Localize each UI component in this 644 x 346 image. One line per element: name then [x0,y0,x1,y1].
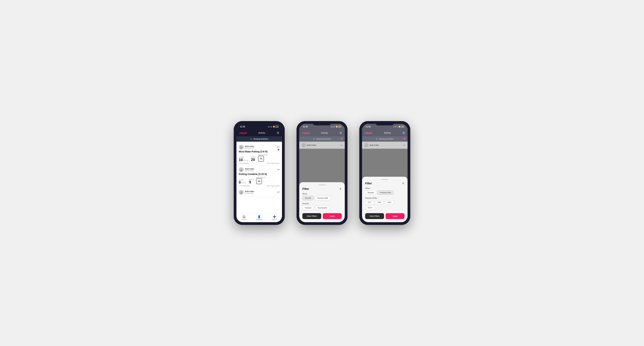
viewing-dot-3 [404,138,405,140]
tab-activities[interactable]: 👤 Activities [252,215,267,220]
show-label-3: Show [365,187,404,189]
user-details-1: Josh Coles 28 Feb 2023 [245,145,254,149]
dimmed-user-3: Josh Coles [370,144,379,146]
filter-title-2: Filter [302,187,309,190]
quality-badge-2: 45 [256,178,262,184]
avatar-3 [239,190,244,194]
putt-btn-3[interactable]: PUTT [365,206,375,210]
filter-sheet-2: Filter ✕ Show Rounds Practice Drills Rou… [299,182,345,222]
apply-btn-2[interactable]: Apply [323,213,342,219]
shots-label-1: Shots [251,156,256,158]
show-buttons-2: Rounds Practice Drills [302,196,342,200]
tab-home[interactable]: 🏠 Home [236,215,252,220]
status-icons-2: ▲▲▲ 📶 31 [330,126,341,128]
svg-point-0 [240,146,242,147]
show-buttons-3: Rounds Practice Drills [365,190,404,195]
dimmed-avatar-2 [302,143,306,147]
avatar-inner-3 [239,190,244,194]
arg-btn-3[interactable]: ARG [385,200,394,204]
user-info-2: Josh Coles 28 Feb 2023 [239,167,254,172]
tournament-btn-2[interactable]: Tournament [315,206,330,210]
practice-btn-2[interactable]: Practice [302,206,314,210]
clear-filters-btn-3[interactable]: Clear Filters [365,213,384,219]
user-name-1: Josh Coles [245,145,254,147]
shots-stat-1: Shots 20 [251,156,256,162]
wifi-icon-2: 📶 [336,126,338,128]
score-value-2: 0 [239,181,241,184]
card-data-2: Data: Clippd Capture [267,185,280,186]
shots-label-2: Shots [249,179,254,180]
phone-screen-1: 11:33 ▲▲▲ 📶 31 clippd Activity ☰ ⚙ Viewi… [236,124,282,222]
phone-notch [250,121,269,125]
viewing-bar-1[interactable]: ⚙ Viewing Activities [236,136,282,142]
dimmed-avatar-3 [364,143,368,147]
card-more-1[interactable]: ••• [277,146,280,149]
viewing-dot-2 [341,138,342,140]
dimmed-card-header-3: Josh Coles ••• [362,142,408,149]
card-header-3: Josh Coles 28 Feb 2023 ••• [239,190,280,194]
filter-header-3: Filter ✕ [365,182,404,185]
svg-point-1 [240,148,242,149]
shots-value-2: 9 [249,180,251,184]
ott-btn-3[interactable]: OTT [365,200,374,204]
nav-menu-1[interactable]: ☰ [277,132,279,134]
viewing-text-1: Viewing Activities [253,138,268,140]
info-icon-2: ℹ [239,185,240,186]
shots-value-1: 20 [251,158,255,162]
battery-icon-2: 31 [338,126,341,128]
svg-point-2 [240,169,242,170]
quality-label-1: Shot Quality [258,154,268,156]
phone-screen-2: 11:33 ▲▲▲ 📶 31 clippd Activity ☰ ⚙ V [299,124,345,222]
score-label-1: Score [239,157,248,158]
apply-btn-3[interactable]: Apply [386,213,404,219]
show-rounds-btn-3[interactable]: Rounds [365,190,376,195]
nav-bar-1: clippd Activity ☰ [236,129,282,136]
nav-bar-2: clippd Activity ☰ [299,129,345,136]
nav-menu-3: ☰ [402,132,405,134]
tab-capture[interactable]: ➕ Capture [267,215,282,220]
user-details-2: Josh Coles 28 Feb 2023 [245,168,254,172]
svg-point-5 [240,192,242,193]
dimmed-viewing-bar-3: ⚙ Viewing Activities [362,136,408,142]
dimmed-more-3: ••• [403,144,405,146]
capture-icon: ➕ [273,215,276,218]
status-time-3: 11:33 [366,126,371,128]
nav-bar-3: clippd Activity ☰ [362,129,408,136]
user-date-1: 28 Feb 2023 [245,147,254,149]
card-header-2: Josh Coles 28 Feb 2023 ••• [239,167,280,172]
show-drills-btn-3[interactable]: Practice Drills [378,190,394,195]
screen-with-modal-3: ⚙ Viewing Activities Josh Coles ••• [362,136,408,222]
phone-notch-2 [312,121,332,125]
tab-activities-label: Activities [256,219,262,220]
rounds-buttons-2: Practice Tournament [302,206,342,210]
filter-sheet-3: Filter ✕ Show Rounds Practice Drills Pra… [362,177,408,222]
dimmed-viewing-bar-2: ⚙ Viewing Activities [299,136,345,142]
quality-stat-1: Shot Quality 75 [258,154,268,162]
filter-close-2[interactable]: ✕ [339,187,342,190]
quality-label-2: Shot Quality [256,177,266,178]
status-icons-1: ▲▲▲ 📶 31 [268,126,278,128]
out-of-1: OUT OF [243,160,248,161]
card-more-3[interactable]: ••• [277,191,280,193]
show-drills-btn-2[interactable]: Practice Drills [315,196,331,200]
card-data-1: Data: Clippd Capture [267,163,280,164]
tab-capture-label: Capture [272,219,277,220]
battery-icon: 31 [276,126,278,128]
show-rounds-btn-2[interactable]: Rounds [302,196,314,200]
clear-filters-btn-2[interactable]: Clear Filters [302,213,321,219]
nav-logo-2: clippd [302,132,310,134]
signal-icon-3: ▲▲▲ [393,126,398,128]
app-btn-3[interactable]: APP [375,200,384,204]
viewing-text-dimmed-3: Viewing Activities [379,138,394,140]
avatar-1 [239,145,244,150]
signal-icon-2: ▲▲▲ [330,126,335,128]
filter-close-3[interactable]: ✕ [402,182,404,185]
stats-row-1: Score 10 OUT OF Shots 20 Shot Quality [239,154,280,162]
user-date-3: 28 Feb 2023 [245,192,254,194]
rounds-label-2: Rounds [302,203,342,204]
status-time-1: 11:33 [240,126,245,128]
drills-label-3: Practice Drills [365,197,404,199]
nav-logo-1: clippd [239,132,247,134]
card-more-2[interactable]: ••• [277,168,280,171]
avatar-2 [239,167,244,172]
